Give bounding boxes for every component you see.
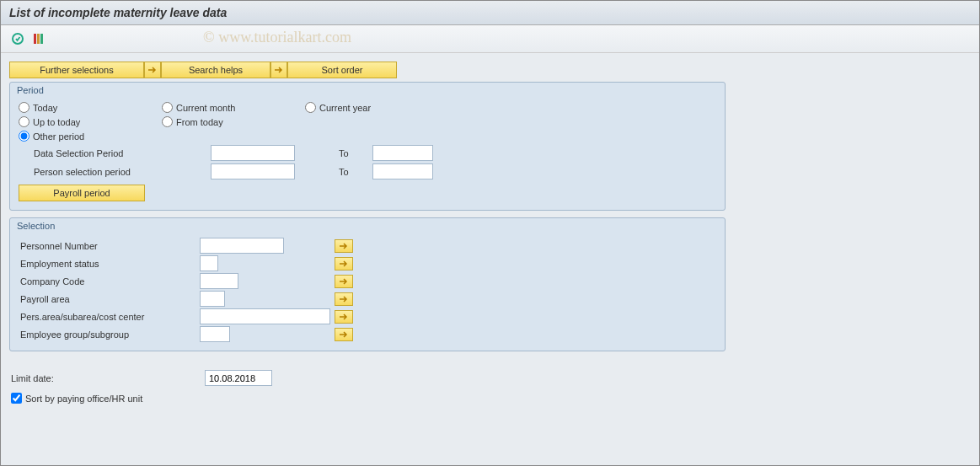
svg-rect-2 — [37, 34, 40, 44]
search-helps-button[interactable]: Search helps — [161, 62, 270, 78]
sort-checkbox-label: Sort by paying office/HR unit — [25, 394, 142, 404]
employee-group-multi-button[interactable] — [335, 328, 353, 341]
personnel-number-input[interactable] — [200, 238, 284, 254]
employee-group-label: Employee group/subgroup — [19, 328, 202, 341]
sort-order-button[interactable]: Sort order — [287, 62, 397, 78]
radio-today[interactable]: Today — [19, 102, 162, 113]
radio-other-period-label: Other period — [33, 131, 84, 142]
radio-other-period[interactable]: Other period — [19, 131, 162, 142]
sort-order-nav-button[interactable] — [270, 62, 287, 78]
employment-status-multi-button[interactable] — [335, 257, 353, 270]
toolbar: © www.tutorialkart.com — [1, 25, 979, 53]
selection-title: Selection — [10, 218, 725, 233]
bottom-fields: Limit date: Sort by paying office/HR uni… — [9, 370, 971, 404]
further-selections-button[interactable]: Further selections — [9, 62, 144, 78]
limit-date-label: Limit date: — [11, 373, 205, 383]
pers-area-input[interactable] — [200, 308, 330, 324]
data-selection-to-label: To — [339, 148, 372, 158]
payroll-area-input[interactable] — [200, 291, 225, 307]
selection-buttons-row: Further selections Search helps Sort ord… — [9, 62, 971, 78]
search-helps-nav-button[interactable] — [144, 62, 161, 78]
svg-rect-3 — [40, 34, 43, 44]
person-selection-from-input[interactable] — [211, 163, 295, 179]
content-area: Further selections Search helps Sort ord… — [1, 53, 979, 466]
limit-date-input[interactable] — [205, 370, 272, 386]
employment-status-input[interactable] — [200, 255, 218, 271]
person-selection-to-input[interactable] — [372, 163, 433, 179]
execute-icon[interactable] — [9, 30, 26, 47]
watermark: © www.tutorialkart.com — [203, 29, 351, 46]
personnel-number-multi-button[interactable] — [335, 239, 353, 253]
period-groupbox: Period Today Current month Current year … — [9, 82, 726, 211]
employee-group-input[interactable] — [200, 326, 230, 342]
selection-groupbox: Selection Personnel Number Employment st… — [9, 217, 726, 351]
svg-rect-1 — [34, 34, 36, 44]
personnel-number-label: Personnel Number — [19, 239, 202, 253]
radio-from-today[interactable]: From today — [162, 116, 305, 127]
radio-up-to-today-label: Up to today — [33, 117, 80, 127]
employment-status-label: Employment status — [19, 257, 202, 270]
data-selection-period-label: Data Selection Period — [34, 148, 211, 158]
radio-current-year[interactable]: Current year — [305, 102, 448, 113]
payroll-area-label: Payroll area — [19, 292, 202, 306]
company-code-input[interactable] — [200, 273, 238, 289]
data-selection-to-input[interactable] — [372, 145, 433, 161]
pers-area-label: Pers.area/subarea/cost center — [19, 310, 202, 324]
company-code-multi-button[interactable] — [335, 275, 353, 288]
radio-current-year-label: Current year — [319, 103, 371, 113]
radio-today-label: Today — [33, 103, 57, 113]
sort-checkbox[interactable] — [11, 393, 22, 404]
company-code-label: Company Code — [19, 275, 202, 288]
radio-up-to-today[interactable]: Up to today — [19, 116, 162, 127]
radio-current-month[interactable]: Current month — [162, 102, 305, 113]
period-title: Period — [10, 83, 725, 97]
data-selection-from-input[interactable] — [211, 145, 295, 161]
pers-area-multi-button[interactable] — [335, 310, 353, 324]
radio-from-today-label: From today — [176, 117, 223, 127]
radio-current-month-label: Current month — [176, 103, 235, 113]
variant-icon[interactable] — [30, 30, 47, 47]
sort-checkbox-row[interactable]: Sort by paying office/HR unit — [11, 393, 971, 404]
person-selection-period-label: Person selection period — [34, 167, 211, 177]
payroll-period-button[interactable]: Payroll period — [19, 185, 145, 201]
payroll-area-multi-button[interactable] — [335, 292, 353, 306]
person-selection-to-label: To — [339, 167, 372, 177]
page-title: List of incomplete maternity leave data — [1, 1, 979, 25]
